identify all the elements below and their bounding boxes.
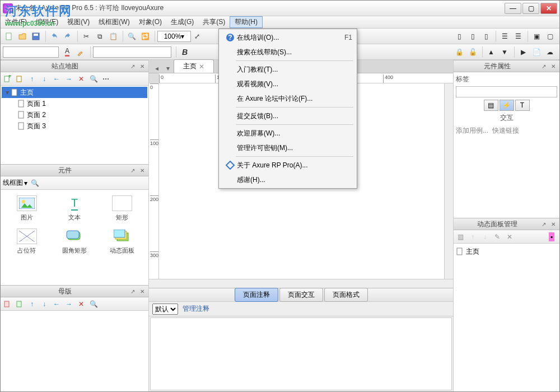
panel-popout-icon[interactable]: ↗: [129, 62, 137, 70]
lock-button[interactable]: 🔒: [453, 46, 465, 58]
add-master-folder-button[interactable]: [14, 298, 25, 310]
redo-button[interactable]: [62, 30, 74, 43]
move-right-button[interactable]: →: [63, 73, 74, 85]
align-right-button[interactable]: ▯: [480, 30, 492, 43]
share-button[interactable]: ☁: [544, 46, 556, 58]
help-forum[interactable]: 在 Axure 论坛中讨论(F)...: [220, 91, 356, 106]
font-family-select[interactable]: [3, 46, 59, 58]
search-button[interactable]: 🔍: [88, 73, 99, 85]
note-textarea[interactable]: [150, 318, 452, 390]
dyn-add-button[interactable]: ▥: [455, 231, 466, 242]
expand-icon[interactable]: ▾: [4, 88, 11, 96]
font-color-button[interactable]: A: [61, 46, 73, 58]
help-welcome[interactable]: 欢迎屏幕(W)...: [220, 126, 356, 141]
master-up-button[interactable]: ↑: [26, 298, 38, 310]
panel-popout-icon[interactable]: ↗: [540, 62, 548, 70]
search-icon[interactable]: 🔍: [31, 179, 39, 187]
panel-close-icon[interactable]: ✕: [549, 62, 557, 70]
font-size-select[interactable]: [93, 46, 171, 58]
paste-button[interactable]: 📋: [107, 30, 119, 43]
move-left-button[interactable]: ←: [51, 73, 62, 85]
help-feedback[interactable]: 提交反馈(B)...: [220, 109, 356, 123]
dyn-edit-button[interactable]: ✎: [492, 231, 503, 242]
canvas-tab-home[interactable]: 主页 ✕: [174, 59, 214, 73]
group-button[interactable]: ▣: [530, 30, 543, 43]
ungroup-button[interactable]: ▢: [544, 30, 556, 43]
dyn-root-item[interactable]: 主页: [456, 246, 557, 257]
help-watch-video[interactable]: 观看视频(V)...: [220, 77, 356, 91]
delete-page-button[interactable]: ✕: [76, 73, 87, 85]
dyn-up-button[interactable]: ↑: [467, 231, 478, 242]
copy-button[interactable]: ⧉: [94, 30, 106, 43]
bold-button[interactable]: B: [179, 46, 191, 58]
widget-placeholder[interactable]: 占位符: [4, 226, 49, 257]
menu-generate[interactable]: 生成(G): [166, 16, 198, 28]
minimize-button[interactable]: —: [505, 3, 521, 14]
widget-label-input[interactable]: [456, 86, 557, 97]
front-button[interactable]: ▲: [485, 46, 497, 58]
note-preset-select[interactable]: 默认: [152, 304, 178, 315]
panel-popout-icon[interactable]: ↗: [129, 166, 137, 174]
panel-close-icon[interactable]: ✕: [138, 62, 146, 70]
eyedropper-button[interactable]: [74, 46, 87, 58]
add-master-button[interactable]: [2, 298, 13, 310]
cut-button[interactable]: ✂: [80, 30, 92, 43]
prop-tab-notes[interactable]: ▤: [484, 100, 498, 111]
tab-prev-button[interactable]: ◂: [152, 64, 161, 73]
prop-tab-text[interactable]: T: [515, 100, 530, 111]
subtab-notes[interactable]: 页面注释: [235, 288, 278, 302]
prop-tab-interactions[interactable]: ⚡: [500, 100, 514, 111]
tree-item[interactable]: 页面 1: [2, 98, 147, 109]
panel-close-icon[interactable]: ✕: [138, 287, 146, 295]
scrollbar-horizontal[interactable]: [149, 279, 453, 288]
add-folder-button[interactable]: [14, 73, 25, 85]
master-right-button[interactable]: →: [63, 298, 74, 310]
quick-link[interactable]: 快速链接: [492, 127, 519, 134]
move-up-button[interactable]: ↑: [26, 73, 38, 85]
zoom-fit-button[interactable]: ⤢: [191, 30, 203, 43]
undo-button[interactable]: [48, 30, 60, 43]
panel-popout-icon[interactable]: ↗: [129, 287, 137, 295]
widget-rounded-rect[interactable]: 圆角矩形: [52, 226, 97, 257]
tab-list-button[interactable]: ▾: [164, 64, 172, 73]
dyn-delete-button[interactable]: ✕: [504, 231, 515, 242]
menu-view[interactable]: 视图(V): [63, 16, 94, 28]
help-getting-started[interactable]: 入门教程(T)...: [220, 62, 356, 77]
spec-button[interactable]: 📄: [530, 46, 543, 58]
find-button[interactable]: 🔍: [125, 30, 138, 43]
tree-item-home[interactable]: ▾ 主页: [2, 87, 147, 98]
tree-item[interactable]: 页面 2: [2, 109, 147, 120]
back-button[interactable]: ▼: [498, 46, 511, 58]
unlock-button[interactable]: 🔓: [466, 46, 479, 58]
dyn-view-button[interactable]: ▪: [546, 231, 557, 242]
move-down-button[interactable]: ↓: [39, 73, 50, 85]
masters-tree[interactable]: [1, 311, 148, 391]
close-button[interactable]: ✕: [540, 3, 557, 14]
master-left-button[interactable]: ←: [51, 298, 62, 310]
widget-rectangle[interactable]: 矩形: [100, 193, 145, 224]
add-page-button[interactable]: +: [2, 73, 13, 85]
widget-dynamic-panel[interactable]: 动态面板: [100, 226, 145, 257]
widget-text[interactable]: T文本: [52, 193, 97, 224]
save-button[interactable]: [30, 30, 42, 43]
help-about[interactable]: 关于 Axure RP Pro(A)...: [220, 158, 356, 172]
widget-category[interactable]: 线框图: [3, 178, 23, 188]
replace-button[interactable]: 🔁: [139, 30, 151, 43]
menu-file[interactable]: 文件(F): [1, 16, 31, 28]
tree-item[interactable]: 页面 3: [2, 120, 147, 132]
master-search-button[interactable]: 🔍: [88, 298, 99, 310]
add-case-link[interactable]: 添加用例...: [456, 127, 488, 134]
manage-notes-link[interactable]: 管理注释: [183, 304, 209, 314]
master-down-button[interactable]: ↓: [39, 298, 50, 310]
distribute-v-button[interactable]: ☰: [512, 30, 524, 43]
tab-close-icon[interactable]: ✕: [199, 63, 204, 71]
menu-edit[interactable]: 编辑(E): [31, 16, 63, 28]
subtab-format[interactable]: 页面格式: [324, 288, 368, 302]
scrollbar-vertical[interactable]: [444, 83, 453, 279]
menu-object[interactable]: 对象(O): [134, 16, 166, 28]
new-button[interactable]: [3, 30, 15, 43]
maximize-button[interactable]: ▢: [522, 3, 539, 14]
distribute-h-button[interactable]: ☰: [498, 30, 511, 43]
sitemap-more-button[interactable]: ⋯: [100, 73, 111, 85]
menu-share[interactable]: 共享(S): [198, 16, 230, 28]
